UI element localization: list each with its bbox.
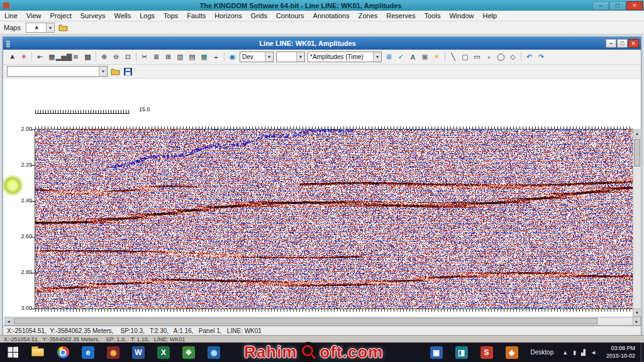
open-map-button[interactable] xyxy=(57,22,70,33)
zoom-box-icon[interactable]: ⊡ xyxy=(122,52,134,63)
zoom-out-icon[interactable]: ⊖ xyxy=(110,52,122,63)
excel-icon[interactable]: X xyxy=(151,343,176,362)
amplitudes-dropdown[interactable]: *Amplitudes (Time)▾ xyxy=(308,52,382,62)
child-toolbar-right: ≣✓A▣☀╲▢▭▫◯◇↶↷ xyxy=(383,52,547,63)
brightness-icon[interactable]: ☀ xyxy=(431,52,443,63)
pointer-tool-dropdown[interactable]: ➤ ▾ xyxy=(26,23,55,33)
chrome-icon[interactable] xyxy=(50,343,75,362)
globe-app-icon[interactable]: ◉ xyxy=(201,343,226,362)
horizontal-scrollbar[interactable]: ◄ ► xyxy=(4,317,641,326)
media-player-icon-glyph: ◉ xyxy=(107,346,119,359)
menu-item-help[interactable]: Help xyxy=(479,12,502,19)
rect-icon[interactable]: ▭ xyxy=(471,52,483,63)
minimize-button[interactable]: – xyxy=(592,1,609,10)
menu-item-wells[interactable]: Wells xyxy=(109,12,135,19)
ellipse-icon[interactable]: ◯ xyxy=(495,52,507,63)
vertical-scrollbar[interactable]: ▲ ▼ xyxy=(633,129,641,317)
word-icon[interactable]: W xyxy=(126,343,151,362)
network-icon[interactable]: ▟ xyxy=(581,349,586,356)
polygon-icon[interactable]: ◇ xyxy=(507,52,519,63)
chrome-glyph-icon xyxy=(57,346,69,358)
open-button[interactable] xyxy=(109,66,121,77)
magnifier-logo-icon xyxy=(299,342,319,362)
battery-icon[interactable]: ▮ xyxy=(573,349,576,356)
menu-item-line[interactable]: Line xyxy=(0,12,22,19)
status-text: X:-251054.51, Y:-3584062.35 Meters, SP:1… xyxy=(7,327,262,334)
save-button[interactable] xyxy=(121,66,134,77)
desktop-toolbar[interactable]: Desktop xyxy=(531,349,554,356)
density-icon[interactable]: ▩ xyxy=(82,52,94,63)
globe-icon[interactable]: ◉ xyxy=(226,52,238,63)
menu-item-tops[interactable]: Tops xyxy=(159,12,182,19)
child-titlebar[interactable]: ⣿ Line LINE: WK01, Amplitudes –□× xyxy=(3,37,641,50)
child-dropdowns: Dev.▾▾*Amplitudes (Time)▾ xyxy=(238,52,383,62)
child-minimize-button[interactable]: – xyxy=(606,39,616,48)
cursor-highlight-icon xyxy=(1,174,24,197)
fence-icon[interactable]: ⊞ xyxy=(162,52,174,63)
app-icon-orange[interactable]: ◆ xyxy=(499,343,525,362)
menu-item-contours[interactable]: Contours xyxy=(272,12,309,19)
scroll-down-icon[interactable]: ▼ xyxy=(633,309,641,316)
cut-icon[interactable]: ✂ xyxy=(138,52,150,63)
horizontal-scroll-thumb[interactable] xyxy=(14,318,597,324)
media-player-icon[interactable]: ◉ xyxy=(101,343,126,362)
app-icon-red[interactable]: S xyxy=(474,343,499,362)
show-desktop-button[interactable] xyxy=(640,343,644,362)
menu-item-window[interactable]: Window xyxy=(445,12,478,19)
roundrect-icon[interactable]: ▢ xyxy=(459,52,471,63)
seismic-section[interactable] xyxy=(35,129,633,309)
menu-item-project[interactable]: Project xyxy=(45,12,75,19)
file-explorer-icon[interactable] xyxy=(25,343,50,362)
table-icon[interactable]: ▦ xyxy=(198,52,210,63)
columns-icon[interactable]: ▤ xyxy=(186,52,198,63)
sync-icon[interactable]: + xyxy=(210,52,222,63)
scroll-right-icon[interactable]: ► xyxy=(633,317,640,325)
menu-item-grids[interactable]: Grids xyxy=(247,12,272,19)
menu-item-tools[interactable]: Tools xyxy=(420,12,445,19)
app-icon-blue[interactable]: ▣ xyxy=(424,343,449,362)
zoom-in-icon[interactable]: ⊕ xyxy=(98,52,110,63)
histogram-icon[interactable]: ▥ xyxy=(174,52,186,63)
menu-item-faults[interactable]: Faults xyxy=(182,12,210,19)
check-icon[interactable]: ✓ xyxy=(395,52,407,63)
show-key-icon[interactable]: ≣ xyxy=(383,52,395,63)
child-close-button[interactable]: × xyxy=(628,39,639,48)
child-restore-button[interactable]: □ xyxy=(617,39,628,48)
wiggle-icon[interactable]: ≋ xyxy=(70,52,82,63)
menu-item-logs[interactable]: Logs xyxy=(135,12,159,19)
volume-icon[interactable]: ◄ xyxy=(591,349,596,356)
dev-dropdown[interactable]: Dev.▾ xyxy=(240,52,274,62)
menu-item-reserves[interactable]: Reserves xyxy=(382,12,419,19)
menu-item-zones[interactable]: Zones xyxy=(354,12,382,19)
square-icon[interactable]: ▫ xyxy=(483,52,495,63)
app-icon-teal[interactable]: ◨ xyxy=(449,343,474,362)
horizon-combo[interactable]: ▾ xyxy=(7,66,108,77)
redo-icon[interactable]: ↷ xyxy=(535,52,547,63)
chevron-down-icon: ▾ xyxy=(46,23,54,32)
tree-icon[interactable]: ≣ xyxy=(150,52,162,63)
clock[interactable]: 03:08 PM 2015-10-02 xyxy=(606,345,635,359)
tray-arrow-icon[interactable]: ▲ xyxy=(562,349,568,356)
menu-item-annotations[interactable]: Annotations xyxy=(309,12,354,19)
vertical-scroll-thumb[interactable] xyxy=(634,139,640,167)
undo-icon[interactable]: ↶ xyxy=(523,52,535,63)
image-icon[interactable]: ▣ xyxy=(419,52,431,63)
start-button[interactable] xyxy=(0,343,25,362)
line-icon[interactable]: ╲ xyxy=(447,52,459,63)
text-icon[interactable]: A xyxy=(407,52,419,63)
pointer-icon[interactable]: ➤ xyxy=(6,51,18,63)
splatter-icon[interactable]: ✳ xyxy=(18,52,30,63)
chart-icon[interactable]: ▂▅▇ xyxy=(58,52,70,63)
gis-icon[interactable]: ❖ xyxy=(176,343,201,362)
type-dropdown[interactable]: ▾ xyxy=(276,52,305,62)
maximize-button[interactable]: □ xyxy=(609,1,626,10)
menu-item-surveys[interactable]: Surveys xyxy=(76,12,110,19)
child-window: ⣿ Line LINE: WK01, Amplitudes –□× ➤✳⇤▦▂▅… xyxy=(3,36,641,335)
globe-app-icon-glyph: ◉ xyxy=(208,346,220,359)
close-button[interactable]: × xyxy=(626,1,643,10)
ie-icon[interactable]: e xyxy=(75,343,101,362)
dock-icon[interactable]: ⇤ xyxy=(34,52,46,63)
menu-item-horizons[interactable]: Horizons xyxy=(210,12,246,19)
scroll-left-icon[interactable]: ◄ xyxy=(5,317,13,325)
scroll-up-icon[interactable]: ▲ xyxy=(633,130,641,138)
